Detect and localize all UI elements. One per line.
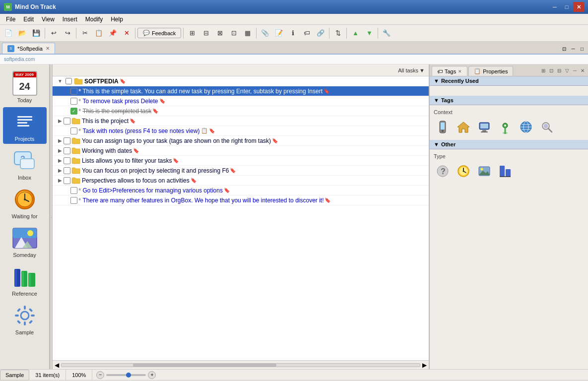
table-row[interactable]: ▶ You can focus on project by selecting … — [53, 166, 429, 176]
recently-used-header[interactable]: ▼ Recently Used — [430, 76, 588, 86]
other-header[interactable]: ▼ Other — [430, 140, 588, 149]
task-checkbox[interactable] — [70, 197, 77, 204]
table-row[interactable]: * Go to Edit>Preferences for managing va… — [53, 186, 429, 195]
table-row[interactable]: ▶ This is the project 🔖 — [53, 116, 429, 126]
view5-btn[interactable]: ▦ — [241, 27, 254, 40]
tab-tags[interactable]: 🏷 Tags ✕ — [432, 66, 467, 76]
expand-icon[interactable]: ▶ — [57, 167, 64, 174]
panel-tool2[interactable]: ⊡ — [548, 67, 555, 74]
view2-btn[interactable]: ⊟ — [199, 27, 212, 40]
tag-icon-clock[interactable] — [455, 162, 472, 180]
task-checkbox[interactable] — [70, 98, 77, 105]
new-btn[interactable]: 📄 — [2, 27, 15, 40]
root-checkbox[interactable] — [65, 78, 72, 84]
feedback-button[interactable]: 💬 Feedback — [137, 28, 181, 38]
task-checkbox[interactable] — [70, 88, 77, 95]
down-btn[interactable]: ▼ — [363, 27, 376, 40]
tag-icon-phone[interactable] — [434, 118, 452, 136]
tab-close-button[interactable]: ✕ — [46, 46, 50, 51]
minimize-button[interactable]: ─ — [549, 2, 560, 12]
sidebar-item-reference[interactable]: Reference — [3, 262, 47, 299]
tags-tab-close[interactable]: ✕ — [458, 69, 462, 74]
tag-icon-chart[interactable] — [496, 162, 514, 180]
tag-btn[interactable]: 🏷 — [300, 27, 313, 40]
table-row[interactable]: ✓ * This is the completed task 🔖 — [53, 106, 429, 116]
save-btn[interactable]: 💾 — [30, 27, 43, 40]
filter-btn[interactable]: 🔧 — [380, 27, 393, 40]
table-row[interactable]: ▶ Perspectives allows to focus on activi… — [53, 176, 429, 186]
task-checkbox[interactable] — [64, 167, 70, 174]
sidebar-item-sample[interactable]: Sample — [3, 301, 47, 337]
zoom-slider[interactable] — [106, 374, 146, 376]
tag-icon-image[interactable] — [475, 162, 493, 180]
tab-restore-btn[interactable]: ⊡ — [560, 45, 568, 53]
close-button[interactable]: ✕ — [573, 2, 584, 12]
menu-file[interactable]: File — [2, 15, 19, 24]
expand-icon[interactable]: ▶ — [57, 177, 64, 184]
table-row[interactable]: * This is the simple task. You can add n… — [53, 86, 429, 96]
sidebar-item-inbox[interactable]: ? Inbox — [3, 146, 47, 183]
panel-tool4[interactable]: ▽ — [564, 67, 571, 74]
sort-btn[interactable]: ⇅ — [331, 27, 344, 40]
tag-icon-computer[interactable] — [475, 118, 493, 136]
task-list-container[interactable]: ▼ SOFTPEDIA 🔖 * This is the simple task. — [53, 76, 429, 360]
task-checkbox[interactable] — [64, 147, 70, 154]
zoom-in-btn[interactable]: + — [148, 371, 156, 379]
panel-close[interactable]: ✕ — [579, 67, 586, 74]
delete-btn[interactable]: ✕ — [120, 27, 133, 40]
task-root[interactable]: ▼ SOFTPEDIA 🔖 — [53, 76, 429, 86]
expand-icon[interactable]: ▶ — [57, 118, 64, 125]
tab-min-btn[interactable]: ─ — [569, 45, 577, 53]
tag-icon-home[interactable] — [455, 118, 472, 136]
view1-btn[interactable]: ⊞ — [186, 27, 198, 40]
status-tab-sample[interactable]: Sample — [0, 370, 29, 381]
sidebar-item-waiting-for[interactable]: Waiting for — [3, 185, 47, 221]
tag-icon-search[interactable] — [538, 118, 556, 136]
panel-min[interactable]: ─ — [572, 67, 578, 74]
task-checkbox[interactable] — [64, 157, 70, 164]
view3-btn[interactable]: ⊠ — [213, 27, 226, 40]
menu-modify[interactable]: Modify — [81, 15, 107, 24]
link-btn[interactable]: 🔗 — [314, 27, 327, 40]
info-btn[interactable]: ℹ — [286, 27, 299, 40]
table-row[interactable]: * To remove task press Delete 🔖 — [53, 96, 429, 106]
task-checkbox[interactable] — [70, 127, 77, 134]
expand-icon[interactable]: ▼ — [57, 78, 64, 85]
table-row[interactable]: * Task with notes (press F4 to see notes… — [53, 126, 429, 136]
table-row[interactable]: ▶ Lists allows you to filter your tasks … — [53, 156, 429, 166]
task-checkbox[interactable]: ✓ — [70, 108, 77, 115]
up-btn[interactable]: ▲ — [349, 27, 362, 40]
task-checkbox[interactable] — [70, 187, 77, 194]
cut-btn[interactable]: ✂ — [78, 27, 91, 40]
sidebar-item-projects[interactable]: Projects — [3, 107, 47, 144]
menu-view[interactable]: View — [38, 15, 59, 24]
menu-help[interactable]: Help — [107, 15, 127, 24]
tags-header[interactable]: ▼ Tags — [430, 96, 588, 105]
all-tasks-filter[interactable]: All tasks ▼ — [398, 67, 425, 73]
table-row[interactable]: ▶ You can assign tags to your task (tags… — [53, 136, 429, 146]
copy-btn[interactable]: 📋 — [92, 27, 105, 40]
notes-btn[interactable]: 📝 — [272, 27, 285, 40]
sidebar-item-someday[interactable]: Someday — [3, 223, 47, 260]
attach-btn[interactable]: 📎 — [259, 27, 271, 40]
panel-tool1[interactable]: ⊞ — [540, 67, 547, 74]
maximize-button[interactable]: □ — [561, 2, 572, 12]
expand-icon[interactable]: ▶ — [57, 137, 64, 144]
open-btn[interactable]: 📂 — [16, 27, 29, 40]
horizontal-scrollbar[interactable]: ◀ ▶ — [53, 360, 429, 369]
tag-icon-location[interactable] — [496, 118, 514, 136]
tab-max-btn[interactable]: □ — [578, 45, 586, 53]
tab-properties[interactable]: 📋 Properties — [468, 66, 513, 76]
table-row[interactable]: ▶ Working with dates 🔖 — [53, 146, 429, 156]
menu-insert[interactable]: Insert — [59, 15, 81, 24]
expand-icon[interactable]: ▶ — [57, 147, 64, 154]
redo-btn[interactable]: ↪ — [61, 27, 74, 40]
tab-softpedia[interactable]: S *Softpedia ✕ — [2, 43, 55, 54]
task-checkbox[interactable] — [64, 118, 70, 125]
paste-btn[interactable]: 📌 — [106, 27, 119, 40]
tag-icon-globe[interactable] — [517, 118, 535, 136]
table-row[interactable]: * There are many other features in OrgBo… — [53, 195, 429, 205]
expand-icon[interactable]: ▶ — [57, 157, 64, 164]
task-checkbox[interactable] — [64, 177, 70, 184]
undo-btn[interactable]: ↩ — [47, 27, 60, 40]
